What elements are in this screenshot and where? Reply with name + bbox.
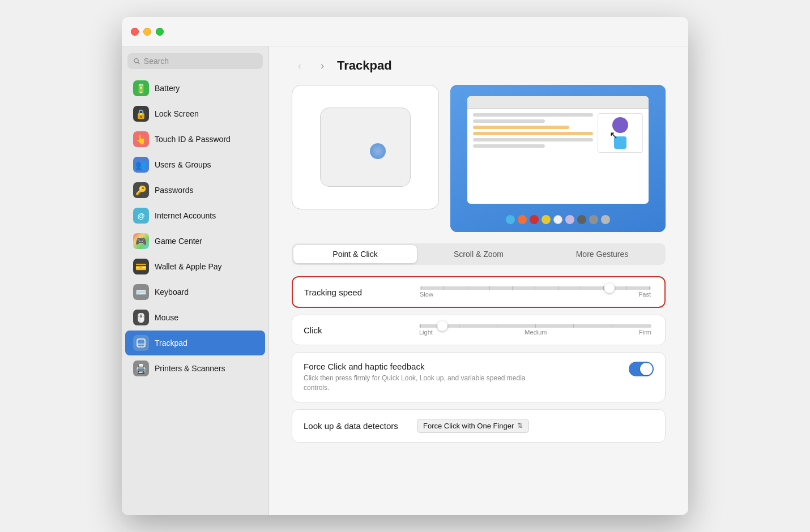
svg-rect-2 xyxy=(137,339,145,347)
sidebar-label-internet: Internet Accounts xyxy=(155,211,216,220)
traffic-lights xyxy=(131,28,164,36)
color-dot-4 xyxy=(542,215,551,224)
tracking-speed-label: Tracking speed xyxy=(304,288,417,297)
click-firm-label: Firm xyxy=(639,329,651,336)
svg-line-1 xyxy=(138,62,139,64)
line-2 xyxy=(473,119,545,123)
force-click-row: Force Click and haptic feedback Click th… xyxy=(292,353,665,402)
click-section: Click xyxy=(292,315,666,345)
mini-sidebar xyxy=(598,113,643,153)
tracking-speed-thumb[interactable] xyxy=(604,283,615,293)
toggle-knob xyxy=(640,363,653,375)
sidebar-label-printers: Printers & Scanners xyxy=(155,364,225,373)
tracking-slow-label: Slow xyxy=(420,291,433,298)
lookup-row: Look up & data detectors Force Click wit… xyxy=(292,410,665,442)
cursor-icon: ↖ xyxy=(609,129,618,141)
color-dot-2 xyxy=(518,215,527,224)
sidebar-label-touchid: Touch ID & Password xyxy=(155,135,231,144)
title-bar xyxy=(122,17,688,46)
tracking-speed-control: Slow Fast xyxy=(417,286,653,298)
lookup-select[interactable]: Force Click with One Finger ⇅ xyxy=(417,419,529,433)
line-3 xyxy=(473,126,569,129)
sidebar: 🔋 Battery 🔒 Lock Screen 👆 Touch ID & Pas… xyxy=(122,17,269,515)
force-click-label: Force Click and haptic feedback xyxy=(304,362,629,371)
force-click-text: Force Click and haptic feedback Click th… xyxy=(304,362,629,393)
desktop-window xyxy=(467,96,649,204)
content-nav: ‹ › Trackpad xyxy=(292,58,666,74)
internet-icon: @ xyxy=(133,208,149,224)
system-preferences-window: 🔋 Battery 🔒 Lock Screen 👆 Touch ID & Pas… xyxy=(122,17,688,515)
sidebar-item-wallet[interactable]: 💳 Wallet & Apple Pay xyxy=(125,254,265,279)
tracking-speed-track[interactable] xyxy=(420,286,651,290)
back-arrow-icon: ‹ xyxy=(298,60,301,72)
sidebar-item-battery[interactable]: 🔋 Battery xyxy=(125,76,265,101)
battery-icon: 🔋 xyxy=(133,80,149,96)
click-labels: Light Medium Firm xyxy=(417,329,654,336)
touchid-icon: 👆 xyxy=(133,131,149,147)
sidebar-label-keyboard: Keyboard xyxy=(155,288,189,297)
sidebar-label-wallet: Wallet & Apple Pay xyxy=(155,262,222,271)
trackpad-icon xyxy=(133,335,149,351)
click-label: Click xyxy=(304,325,417,335)
trackpad-dot xyxy=(370,143,386,159)
color-dot-8 xyxy=(589,215,598,224)
sidebar-item-internet[interactable]: @ Internet Accounts xyxy=(125,203,265,228)
users-icon: 👥 xyxy=(133,157,149,173)
tracking-speed-section: Tracking speed xyxy=(292,276,666,308)
line-6 xyxy=(473,144,545,148)
sidebar-item-printers[interactable]: 🖨️ Printers & Scanners xyxy=(125,356,265,381)
color-dot-9 xyxy=(601,215,610,224)
line-4 xyxy=(473,132,593,135)
click-medium-label: Medium xyxy=(525,329,547,336)
color-dots xyxy=(506,215,610,224)
lockscreen-icon: 🔒 xyxy=(133,106,149,122)
sidebar-item-trackpad[interactable]: Trackpad xyxy=(125,331,265,355)
sidebar-item-users[interactable]: 👥 Users & Groups xyxy=(125,152,265,177)
sidebar-item-mouse[interactable]: 🖱️ Mouse xyxy=(125,305,265,330)
tab-point-click[interactable]: Point & Click xyxy=(293,245,417,263)
search-bar[interactable] xyxy=(127,53,263,69)
sidebar-item-touchid[interactable]: 👆 Touch ID & Password xyxy=(125,127,265,152)
click-track[interactable] xyxy=(419,324,651,328)
line-1 xyxy=(473,113,593,117)
back-button[interactable]: ‹ xyxy=(292,58,308,74)
close-button[interactable] xyxy=(131,28,139,36)
sidebar-label-battery: Battery xyxy=(155,84,180,93)
content-lines xyxy=(473,113,593,153)
sidebar-label-trackpad: Trackpad xyxy=(155,338,187,347)
passwords-icon: 🔑 xyxy=(133,182,149,198)
select-arrows-icon: ⇅ xyxy=(517,422,523,430)
force-click-toggle[interactable] xyxy=(629,362,654,376)
sidebar-label-passwords: Passwords xyxy=(155,186,193,195)
wallet-icon: 💳 xyxy=(133,259,149,274)
sidebar-item-lockscreen[interactable]: 🔒 Lock Screen xyxy=(125,101,265,126)
tracking-speed-labels: Slow Fast xyxy=(417,291,653,298)
sidebar-item-keyboard[interactable]: ⌨️ Keyboard xyxy=(125,280,265,304)
sidebar-item-passwords[interactable]: 🔑 Passwords xyxy=(125,178,265,203)
mouse-icon: 🖱️ xyxy=(133,310,149,325)
search-icon xyxy=(133,57,140,65)
window-content xyxy=(467,109,649,157)
sidebar-item-gamecenter[interactable]: 🎮 Game Center xyxy=(125,229,265,254)
desktop-preview: ↖ xyxy=(450,85,666,232)
search-input[interactable] xyxy=(144,57,257,66)
line-5 xyxy=(473,138,593,141)
click-light-label: Light xyxy=(419,329,433,336)
forward-arrow-icon: › xyxy=(321,60,324,72)
maximize-button[interactable] xyxy=(156,28,164,36)
click-control: Light Medium Firm xyxy=(417,324,654,336)
sidebar-label-lockscreen: Lock Screen xyxy=(155,109,199,118)
page-title: Trackpad xyxy=(337,58,392,73)
sidebar-label-mouse: Mouse xyxy=(155,313,178,322)
forward-button[interactable]: › xyxy=(314,58,330,74)
sidebar-label-users: Users & Groups xyxy=(155,160,211,169)
window-header xyxy=(467,96,649,109)
minimize-button[interactable] xyxy=(143,28,151,36)
click-thumb[interactable] xyxy=(437,321,447,331)
gamecenter-icon: 🎮 xyxy=(133,233,149,249)
printers-icon: 🖨️ xyxy=(133,361,149,376)
color-dot-6 xyxy=(565,215,574,224)
tab-scroll-zoom[interactable]: Scroll & Zoom xyxy=(417,245,540,263)
tab-more-gestures[interactable]: More Gestures xyxy=(540,245,664,263)
color-dot-3 xyxy=(530,215,539,224)
